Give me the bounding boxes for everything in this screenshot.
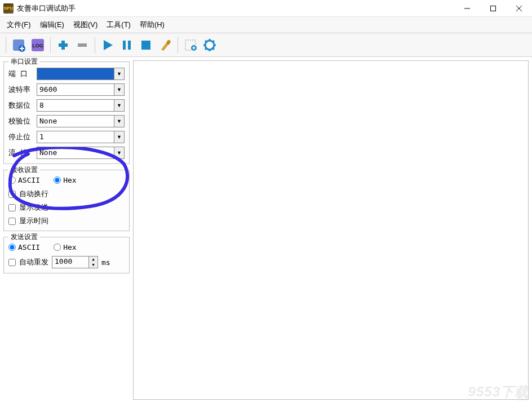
showtx-check-row: 显示发送 — [8, 202, 125, 213]
stopbits-value: 1 — [37, 131, 114, 143]
chevron-down-icon[interactable]: ▼ — [114, 84, 124, 95]
flow-row: 流 控 None ▼ — [8, 147, 125, 159]
send-hex-label: Hex — [63, 243, 76, 251]
menu-help[interactable]: 帮助(H) — [135, 18, 169, 32]
group-title: 发送设置 — [8, 232, 40, 242]
close-button[interactable] — [506, 0, 532, 17]
sidebar: 串口设置 端 口 ▼ 波特率 9600 ▼ 数据位 8 ▼ — [0, 57, 133, 402]
send-format-row: ASCII Hex — [8, 243, 125, 251]
window-title: 友善串口调试助手 — [17, 3, 76, 14]
svg-rect-16 — [141, 41, 150, 50]
send-ascii-radio[interactable]: ASCII — [8, 243, 40, 251]
parity-combo[interactable]: None ▼ — [37, 115, 125, 127]
recv-ascii-label: ASCII — [18, 176, 40, 184]
play-icon[interactable] — [99, 36, 117, 54]
chevron-down-icon[interactable]: ▼ — [114, 147, 124, 158]
chevron-down-icon[interactable]: ▼ — [114, 116, 124, 127]
spin-up-icon[interactable]: ▲ — [89, 257, 97, 262]
showtime-checkbox[interactable] — [8, 218, 16, 225]
group-title: 串口设置 — [8, 57, 40, 67]
port-value — [37, 68, 114, 79]
send-ascii-label: ASCII — [18, 243, 40, 251]
showtx-label: 显示发送 — [19, 202, 48, 213]
databits-label: 数据位 — [8, 100, 33, 111]
toolbar-sep — [50, 37, 51, 53]
minimize-button[interactable] — [454, 0, 480, 17]
svg-rect-14 — [123, 41, 126, 50]
port-label: 端 口 — [8, 69, 33, 79]
maximize-button[interactable] — [480, 0, 506, 17]
spin-down-icon[interactable]: ▼ — [89, 262, 97, 268]
new-window-icon[interactable] — [181, 36, 200, 54]
autoresend-checkbox[interactable] — [8, 259, 16, 266]
stopbits-combo[interactable]: 1 ▼ — [37, 131, 125, 143]
svg-line-30 — [212, 48, 214, 50]
baud-combo[interactable]: 9600 ▼ — [37, 83, 125, 96]
autoresend-spin[interactable]: 1000 ▲ ▼ — [52, 256, 98, 268]
wrap-checkbox[interactable] — [8, 191, 16, 198]
parity-label: 校验位 — [8, 116, 33, 126]
recv-format-row: ASCII Hex — [8, 176, 125, 184]
menu-view[interactable]: 视图(V) — [69, 18, 102, 32]
autoresend-value: 1000 — [52, 257, 88, 268]
plus-icon[interactable] — [54, 36, 72, 54]
flow-combo[interactable]: None ▼ — [37, 147, 125, 159]
autoresend-row: 自动重发 1000 ▲ ▼ ms — [8, 256, 125, 268]
content-area: 串口设置 端 口 ▼ 波特率 9600 ▼ 数据位 8 ▼ — [0, 57, 532, 402]
svg-text:LOG: LOG — [32, 43, 43, 48]
databits-combo[interactable]: 8 ▼ — [37, 99, 125, 112]
recv-hex-radio[interactable]: Hex — [54, 176, 76, 184]
window-controls — [454, 0, 532, 17]
minus-icon[interactable] — [73, 36, 91, 54]
serial-settings-group: 串口设置 端 口 ▼ 波特率 9600 ▼ 数据位 8 ▼ — [3, 61, 130, 164]
flow-value: None — [37, 147, 114, 158]
titlebar: SPU 友善串口调试助手 — [0, 0, 532, 17]
showtime-check-row: 显示时间 — [8, 216, 125, 226]
showtx-checkbox[interactable] — [8, 204, 16, 211]
svg-rect-1 — [491, 6, 496, 11]
svg-line-32 — [212, 41, 214, 42]
baud-row: 波特率 9600 ▼ — [8, 83, 125, 96]
svg-rect-15 — [128, 41, 131, 50]
menu-tools[interactable]: 工具(T) — [102, 18, 135, 32]
chevron-down-icon[interactable]: ▼ — [114, 100, 124, 111]
wrap-label: 自动换行 — [19, 189, 48, 199]
svg-line-29 — [205, 41, 207, 42]
send-hex-radio[interactable]: Hex — [54, 243, 76, 251]
receive-settings-group: 接收设置 ASCII Hex 自动换行 显示发送 显示时间 — [3, 170, 130, 231]
toolbar-sep — [95, 37, 95, 53]
toolbar-sep — [6, 37, 6, 53]
parity-value: None — [37, 116, 114, 127]
output-panel[interactable] — [133, 60, 529, 400]
recv-ascii-radio[interactable]: ASCII — [8, 176, 40, 184]
recv-hex-label: Hex — [63, 176, 76, 184]
log-icon[interactable]: LOG — [29, 36, 47, 54]
pause-icon[interactable] — [118, 36, 136, 54]
chevron-down-icon[interactable]: ▼ — [114, 68, 124, 79]
chevron-down-icon[interactable]: ▼ — [114, 131, 124, 143]
svg-point-24 — [208, 43, 211, 47]
baud-label: 波特率 — [8, 85, 33, 95]
port-combo[interactable]: ▼ — [37, 68, 125, 80]
databits-row: 数据位 8 ▼ — [8, 99, 125, 112]
svg-marker-13 — [104, 40, 113, 50]
port-row: 端 口 ▼ — [8, 68, 125, 80]
wrap-check-row: 自动换行 — [8, 189, 125, 199]
menubar: 文件(F) 编辑(E) 视图(V) 工具(T) 帮助(H) — [0, 17, 532, 33]
stop-icon[interactable] — [137, 36, 155, 54]
stopbits-row: 停止位 1 ▼ — [8, 131, 125, 143]
showtime-label: 显示时间 — [19, 216, 48, 226]
toolbar-sep — [178, 37, 178, 53]
group-title: 接收设置 — [8, 165, 40, 175]
app-icon: SPU — [3, 3, 14, 14]
autoresend-unit: ms — [101, 258, 110, 267]
menu-edit[interactable]: 编辑(E) — [36, 18, 69, 32]
add-port-icon[interactable] — [10, 36, 28, 54]
autoresend-label: 自动重发 — [19, 257, 48, 267]
send-settings-group: 发送设置 ASCII Hex 自动重发 1000 ▲ ▼ ms — [3, 237, 130, 273]
titlebar-left: SPU 友善串口调试助手 — [3, 3, 76, 14]
brush-icon[interactable] — [156, 36, 174, 54]
menu-file[interactable]: 文件(F) — [2, 18, 36, 32]
toolbar: LOG — [0, 33, 532, 57]
gear-icon[interactable] — [201, 36, 219, 54]
